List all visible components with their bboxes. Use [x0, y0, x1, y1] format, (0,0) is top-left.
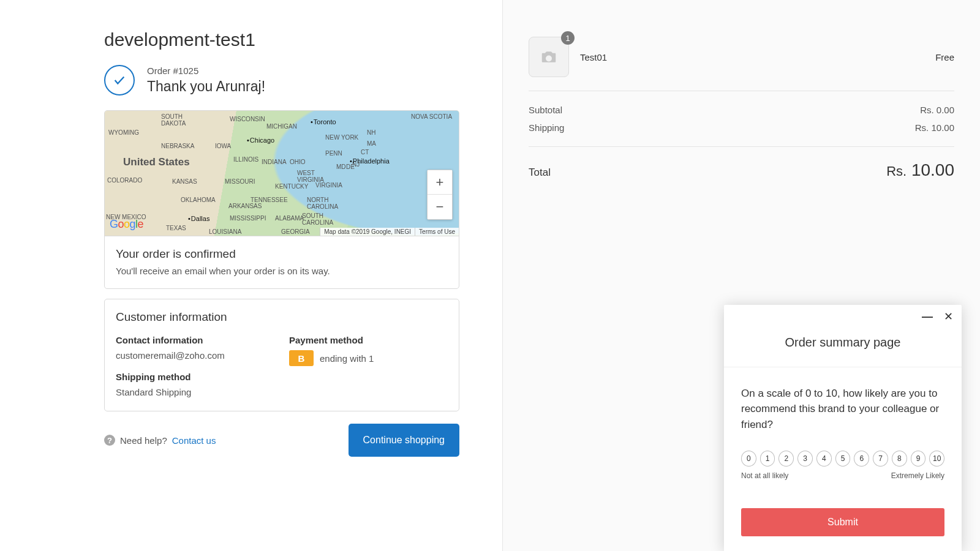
map-label: KANSAS	[172, 178, 197, 185]
confirmation-body: You'll receive an email when your order …	[116, 266, 448, 276]
map-label: NH	[367, 129, 375, 136]
nps-option-2[interactable]: 2	[778, 451, 794, 467]
map-attribution: Map data ©2019 Google, INEGI Terms of Us…	[320, 228, 459, 236]
close-button[interactable]: ✕	[944, 311, 953, 322]
map-label: INDIANA	[262, 159, 287, 165]
map-label: SOUTH DAKOTA	[161, 113, 186, 127]
map-label: NEBRASKA	[161, 143, 194, 149]
store-name: development-test1	[104, 29, 459, 50]
map-label: NORTH CAROLINA	[307, 197, 338, 210]
map-city: Chicago	[247, 137, 274, 144]
map-label: WEST VIRGINIA	[297, 170, 324, 183]
nps-scale: 0 1 2 3 4 5 6 7 8 9 10	[741, 451, 944, 467]
map-label: COLORADO	[107, 177, 142, 184]
map-label: IOWA	[215, 143, 231, 149]
map-label: TEXAS	[166, 225, 186, 231]
minimize-button[interactable]: —	[922, 311, 933, 322]
nps-option-6[interactable]: 6	[854, 451, 869, 467]
nps-option-0[interactable]: 0	[741, 451, 756, 467]
map-label: OKLAHOMA	[181, 197, 216, 203]
total-label: Total	[529, 167, 551, 179]
nps-option-5[interactable]: 5	[835, 451, 851, 467]
confirmation-title: Your order is confirmed	[116, 247, 448, 261]
payment-method-heading: Payment method	[289, 335, 448, 345]
shipping-value: Rs. 10.00	[915, 122, 954, 133]
nps-option-3[interactable]: 3	[797, 451, 813, 467]
subtotal-label: Subtotal	[529, 105, 562, 115]
map-label: CT	[361, 149, 369, 156]
map-label: ILLINOIS	[233, 156, 258, 163]
camera-icon	[540, 48, 558, 66]
quantity-badge: 1	[561, 31, 575, 45]
map-city: Dallas	[188, 215, 209, 222]
contact-info-heading: Contact information	[116, 335, 274, 345]
help-text: ? Need help? Contact us	[104, 435, 216, 446]
map-label: MISSOURI	[225, 178, 255, 185]
map-label: ALABAMA	[275, 215, 304, 222]
nps-option-4[interactable]: 4	[816, 451, 832, 467]
map-label: MICHIGAN	[266, 123, 297, 130]
help-label: Need help?	[120, 435, 167, 446]
map[interactable]: United States SOUTH DAKOTA WYOMING NEBRA…	[105, 111, 459, 236]
map-label: VIRGINIA	[315, 182, 342, 189]
google-logo: Google	[110, 218, 143, 231]
zoom-out-button[interactable]: −	[428, 195, 452, 219]
total-value: 10.00	[911, 160, 954, 179]
survey-question: On a scale of 0 to 10, how likely are yo…	[741, 386, 944, 433]
zoom-in-button[interactable]: +	[428, 170, 452, 195]
map-label: NOVA SCOTIA	[411, 113, 452, 120]
map-label: OHIO	[290, 159, 306, 165]
map-data-label: Map data ©2019 Google, INEGI	[320, 228, 415, 236]
shipping-label: Shipping	[529, 122, 564, 133]
contact-us-link[interactable]: Contact us	[172, 435, 216, 446]
nps-high-label: Extremely Likely	[891, 471, 944, 480]
continue-shopping-button[interactable]: Continue shopping	[349, 424, 459, 457]
shipping-method-heading: Shipping method	[116, 372, 274, 382]
total-amount: Rs. 10.00	[886, 160, 954, 180]
map-label: ARKANSAS	[228, 203, 262, 209]
product-name: Test01	[580, 52, 924, 62]
map-label: TENNESSEE	[251, 197, 288, 203]
subtotal-value: Rs. 0.00	[920, 105, 954, 115]
confirmation-card: United States SOUTH DAKOTA WYOMING NEBRA…	[104, 110, 459, 289]
nps-option-9[interactable]: 9	[911, 451, 926, 467]
map-country-label: United States	[123, 156, 190, 168]
nps-option-8[interactable]: 8	[892, 451, 907, 467]
customer-info-heading: Customer information	[116, 310, 448, 324]
order-header: Order #1025 Thank you Arunraj!	[104, 65, 459, 96]
nps-option-7[interactable]: 7	[873, 451, 888, 467]
map-label: GEORGIA	[281, 228, 310, 235]
map-city: Toronto	[311, 118, 336, 126]
order-number: Order #1025	[147, 66, 265, 76]
payment-last-digits: ending with 1	[320, 353, 374, 364]
help-icon: ?	[104, 435, 115, 446]
map-label: MA	[367, 140, 376, 147]
nps-low-label: Not at all likely	[741, 471, 788, 480]
check-icon	[104, 65, 135, 96]
line-item: 1 Test01 Free	[529, 37, 954, 91]
map-label: LOUISIANA	[209, 228, 241, 235]
survey-popup: — ✕ Order summary page On a scale of 0 t…	[724, 305, 962, 552]
payment-brand-icon: B	[289, 350, 314, 366]
map-label: SOUTH CAROLINA	[302, 212, 333, 226]
map-label: KENTUCKY	[275, 183, 308, 190]
thank-you-heading: Thank you Arunraj!	[147, 78, 265, 95]
product-price: Free	[935, 52, 954, 62]
shipping-method-value: Standard Shipping	[116, 387, 274, 397]
nps-option-10[interactable]: 10	[929, 451, 944, 467]
map-zoom-control: + −	[427, 170, 453, 220]
total-currency: Rs.	[886, 163, 907, 179]
map-label: NEW YORK	[325, 134, 358, 141]
submit-button[interactable]: Submit	[741, 508, 944, 536]
map-terms-link[interactable]: Terms of Use	[415, 228, 459, 236]
map-label: PENN	[325, 150, 342, 157]
contact-email: customeremail@zoho.com	[116, 350, 274, 361]
map-city: Philadelphia	[350, 157, 390, 165]
customer-info-card: Customer information Contact information…	[104, 299, 459, 411]
map-label: MD	[336, 163, 346, 170]
nps-option-1[interactable]: 1	[760, 451, 775, 467]
map-label: WISCONSIN	[230, 116, 265, 122]
map-label: WYOMING	[108, 129, 139, 136]
map-label: MISSISSIPPI	[230, 215, 266, 222]
survey-title: Order summary page	[724, 324, 962, 367]
